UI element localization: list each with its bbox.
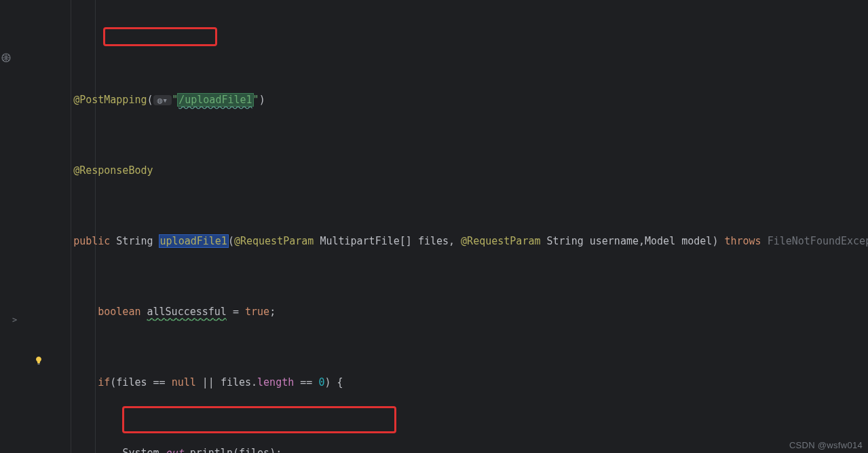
- code-line[interactable]: System.out.println(files);: [49, 444, 868, 453]
- endpoint-icon[interactable]: [1, 53, 11, 62]
- method-decl: uploadFile1: [159, 235, 228, 247]
- code-line[interactable]: @ResponseBody: [49, 162, 868, 179]
- editor-root: > @PostMapping(◍▾"/uploadFile1") @Respon…: [0, 0, 868, 453]
- svg-rect-1: [37, 364, 39, 365]
- watermark: CSDN @wsfw014: [789, 440, 863, 450]
- code-line[interactable]: if(files == null || files.length == 0) {: [49, 374, 868, 391]
- url-method-icon: ◍▾: [153, 95, 172, 105]
- code-area[interactable]: @PostMapping(◍▾"/uploadFile1") @Response…: [49, 0, 868, 453]
- code-line[interactable]: boolean allSuccessful = true;: [49, 303, 868, 321]
- gutter: >: [0, 0, 49, 453]
- intention-bulb-icon[interactable]: [34, 356, 43, 365]
- code-line[interactable]: @PostMapping(◍▾"/uploadFile1"): [49, 91, 868, 109]
- annotation-highlight-box: [103, 27, 217, 46]
- annotation-highlight-box: [122, 406, 396, 433]
- fold-toggle[interactable]: >: [12, 315, 17, 325]
- code-line[interactable]: public String uploadFile1(@RequestParam …: [49, 232, 868, 250]
